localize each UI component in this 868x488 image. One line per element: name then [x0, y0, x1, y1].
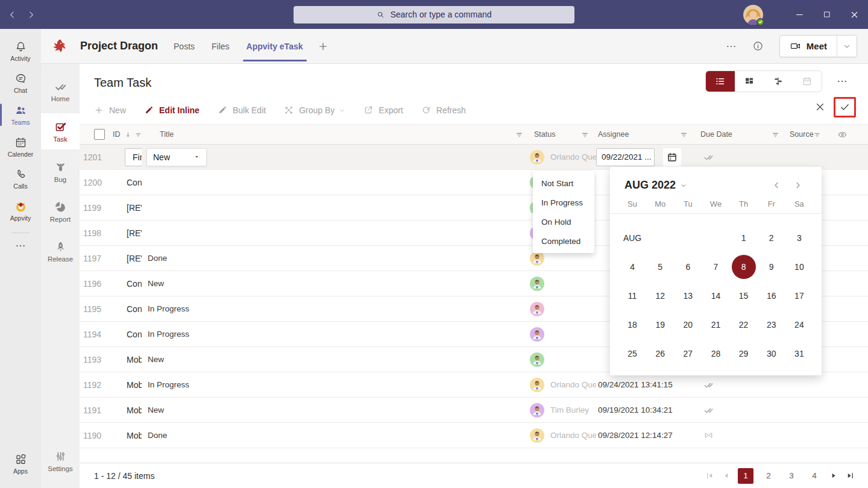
add-tab-icon[interactable]	[318, 41, 329, 52]
info-icon[interactable]	[752, 40, 764, 52]
status-option[interactable]: On Hold	[533, 212, 594, 231]
channel-more-icon[interactable]	[726, 41, 737, 52]
calendar-day-5[interactable]: 5	[646, 252, 674, 281]
calendar-day-30[interactable]: 30	[758, 339, 785, 368]
table-row[interactable]: 1191Mobile: Create shopping cart and Pay…	[80, 398, 868, 423]
page-3-button[interactable]: 3	[784, 468, 799, 484]
calendar-day-12[interactable]: 12	[646, 281, 674, 310]
meet-button[interactable]: Meet	[779, 35, 857, 57]
assignee-cell[interactable]: Orlando Queen	[528, 145, 596, 169]
sidebar-item-appvity[interactable]: Appvity	[0, 195, 41, 227]
forward-icon[interactable]	[26, 10, 36, 20]
filter-icon[interactable]	[814, 131, 820, 139]
calendar-day-1[interactable]: 1	[730, 224, 758, 252]
table-row[interactable]: 1190Mobile: create Credit card tab and A…	[80, 423, 868, 448]
close-icon[interactable]	[849, 10, 860, 20]
tab-appvity-etask[interactable]: Appvity eTask	[247, 29, 303, 63]
sidebar-item-teams[interactable]: Teams	[0, 99, 41, 131]
calendar-day-23[interactable]: 23	[758, 310, 785, 339]
tab-posts[interactable]: Posts	[174, 29, 195, 63]
table-row[interactable]: 1192Mobile: add streaming potocol to Exo…	[80, 372, 868, 398]
sidebar-item-release[interactable]: Release	[41, 234, 80, 269]
calendar-day-19[interactable]: 19	[646, 310, 674, 339]
calendar-day-4[interactable]: 4	[618, 252, 646, 281]
title-input[interactable]: Finalize Web content	[125, 148, 142, 166]
page-more-icon[interactable]	[837, 76, 848, 87]
calendar-day-2[interactable]: 2	[758, 224, 785, 252]
confirm-inline-edit-icon[interactable]	[840, 102, 850, 112]
last-page-icon[interactable]	[846, 471, 855, 480]
calendar-day-6[interactable]: 6	[674, 252, 702, 281]
sidebar-item-apps[interactable]: Apps	[0, 448, 41, 480]
filter-icon[interactable]	[772, 131, 779, 139]
calendar-day-20[interactable]: 20	[674, 310, 702, 339]
select-all-checkbox[interactable]	[94, 129, 105, 140]
calendar-day-11[interactable]: 11	[618, 281, 646, 310]
sidebar-item-chat[interactable]: Chat	[0, 67, 41, 99]
toolbar-new-button[interactable]: New	[94, 105, 126, 115]
sidebar-item-home[interactable]: Home	[41, 74, 80, 108]
maximize-icon[interactable]	[823, 10, 831, 19]
sidebar-item-report[interactable]: Report	[41, 194, 80, 229]
status-option[interactable]: In Progress	[533, 193, 594, 212]
toolbar-edit-inline-button[interactable]: Edit Inline	[144, 105, 200, 115]
status-option[interactable]: Completed	[533, 231, 594, 251]
view-calendar-button[interactable]	[793, 71, 822, 92]
prev-month-icon[interactable]	[772, 181, 781, 190]
sort-desc-icon[interactable]	[125, 131, 131, 139]
search-bar[interactable]: Search or type a command	[294, 6, 574, 23]
back-icon[interactable]	[7, 10, 17, 20]
view-board-button[interactable]	[735, 71, 764, 92]
status-option[interactable]: Not Start	[533, 174, 594, 193]
status-select[interactable]: New	[146, 148, 207, 166]
calendar-day-14[interactable]: 14	[702, 281, 729, 310]
calendar-day-7[interactable]: 7	[702, 252, 729, 281]
tab-files[interactable]: Files	[212, 29, 230, 63]
calendar-day-8[interactable]: 8	[730, 252, 758, 281]
page-4-button[interactable]: 4	[807, 468, 822, 484]
page-2-button[interactable]: 2	[761, 468, 776, 484]
meet-options-button[interactable]	[837, 42, 857, 51]
filter-icon[interactable]	[680, 131, 688, 139]
calendar-day-13[interactable]: 13	[674, 281, 702, 310]
sidebar-item-bug[interactable]: Bug	[41, 154, 80, 189]
calendar-day-27[interactable]: 27	[674, 339, 702, 368]
view-gantt-button[interactable]	[764, 71, 793, 92]
calendar-day-16[interactable]: 16	[758, 281, 785, 310]
calendar-day-29[interactable]: 29	[730, 339, 758, 368]
sidebar-item-calls[interactable]: Calls	[0, 163, 41, 195]
next-month-icon[interactable]	[793, 181, 802, 190]
calendar-day-9[interactable]: 9	[758, 252, 785, 281]
toolbar-group-by-button[interactable]: Group By	[284, 105, 345, 115]
calendar-day-3[interactable]: 3	[785, 224, 813, 252]
calendar-day-10[interactable]: 10	[785, 252, 813, 281]
page-1-button[interactable]: 1	[738, 468, 753, 484]
calendar-day-15[interactable]: 15	[730, 281, 758, 310]
filter-icon[interactable]	[135, 131, 142, 139]
sidebar-item-calender[interactable]: Calender	[0, 131, 41, 163]
sidebar-item-activity[interactable]: Activity	[0, 35, 41, 67]
open-calendar-button[interactable]	[663, 148, 681, 166]
calendar-day-21[interactable]: 21	[702, 310, 729, 339]
toolbar-export-button[interactable]: Export	[363, 105, 403, 115]
calendar-month-selector[interactable]: AUG 2022	[624, 179, 687, 192]
sidebar-item-settings[interactable]: Settings	[41, 443, 80, 478]
calendar-day-26[interactable]: 26	[646, 339, 674, 368]
sidebar-item-task[interactable]: Task	[41, 113, 80, 149]
toolbar-bulk-edit-button[interactable]: Bulk Edit	[218, 105, 266, 115]
toolbar-refresh-button[interactable]: Refresh	[421, 105, 466, 115]
more-apps-icon[interactable]	[15, 240, 26, 251]
profile-avatar[interactable]	[743, 5, 763, 25]
calendar-day-25[interactable]: 25	[618, 339, 646, 368]
calendar-day-17[interactable]: 17	[785, 281, 813, 310]
minimize-icon[interactable]	[794, 10, 805, 20]
due-date-input[interactable]: 09/22/2021 ...	[596, 148, 655, 166]
calendar-day-31[interactable]: 31	[785, 339, 813, 368]
filter-icon[interactable]	[581, 131, 589, 139]
calendar-day-22[interactable]: 22	[730, 310, 758, 339]
calendar-day-18[interactable]: 18	[618, 310, 646, 339]
view-list-button[interactable]	[706, 71, 735, 92]
calendar-day-28[interactable]: 28	[702, 339, 729, 368]
table-row[interactable]: 1201Finalize Web contentNewOrlando Queen…	[80, 145, 868, 170]
next-page-icon[interactable]	[829, 471, 838, 480]
